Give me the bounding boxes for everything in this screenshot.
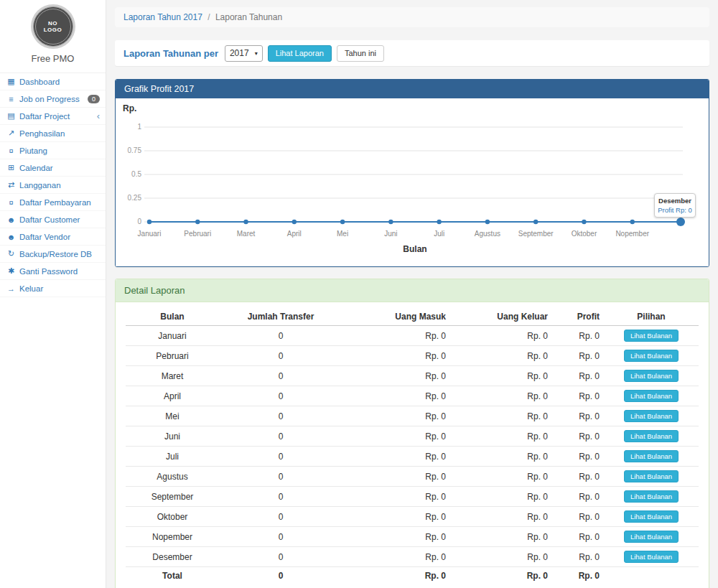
chart-point[interactable] <box>292 220 297 224</box>
sidebar-item-daftar-customer[interactable]: ☻Daftar Customer <box>0 211 106 228</box>
action-cell: Lihat Bulanan <box>604 366 699 386</box>
chart-point[interactable] <box>485 220 490 224</box>
action-cell: Lihat Bulanan <box>604 386 699 406</box>
sidebar-item-job-on-progress[interactable]: ≡Job on Progress0 <box>0 90 106 108</box>
lihat-bulanan-button[interactable]: Lihat Bulanan <box>624 390 679 402</box>
sidebar-item-backup-restore-db[interactable]: ↻Backup/Restore DB <box>0 246 106 263</box>
table-cell: 0 <box>219 426 342 447</box>
lihat-bulanan-button[interactable]: Lihat Bulanan <box>624 510 679 523</box>
table-cell: September <box>126 487 219 507</box>
profit-chart: 00.250.50.751Rp.JanuariPebruariMaretApri… <box>116 98 709 266</box>
x-tick-label: Oktober <box>572 230 597 238</box>
chart-point[interactable] <box>582 220 586 224</box>
column-header: Profit <box>552 308 604 326</box>
table-cell: Nopember <box>126 527 219 547</box>
vendors-icon: ☻ <box>6 233 17 241</box>
table-cell: 0 <box>219 487 342 507</box>
table-cell: Rp. 0 <box>342 346 450 366</box>
logo-text-line2: LOGO <box>44 27 62 33</box>
logo-text-line1: NO <box>48 20 57 27</box>
chart-point[interactable] <box>195 220 200 224</box>
filter-panel: Laporan Tahunan per 2017 ▾ Lihat Laporan… <box>115 40 709 66</box>
chart-point[interactable] <box>533 220 538 224</box>
sidebar-item-label: Dashboard <box>19 78 60 86</box>
sidebar-item-ganti-password[interactable]: ✱Ganti Password <box>0 263 106 280</box>
table-row: Desember0Rp. 0Rp. 0Rp. 0Lihat Bulanan <box>126 547 699 567</box>
lihat-bulanan-button[interactable]: Lihat Bulanan <box>624 490 679 503</box>
sign-out-icon: → <box>6 284 17 293</box>
lihat-laporan-button[interactable]: Lihat Laporan <box>268 45 332 62</box>
chart-point[interactable] <box>630 220 635 224</box>
table-cell: Rp. 0 <box>552 346 604 366</box>
table-cell: Rp. 0 <box>342 547 450 567</box>
column-header: Pilihan <box>604 308 699 326</box>
lihat-bulanan-button[interactable]: Lihat Bulanan <box>624 410 679 422</box>
chart-point[interactable] <box>243 220 248 224</box>
brand-name: Free PMO <box>0 53 106 64</box>
lihat-bulanan-button[interactable]: Lihat Bulanan <box>624 430 679 442</box>
chart-point[interactable] <box>676 218 685 226</box>
lihat-bulanan-button[interactable]: Lihat Bulanan <box>624 551 679 563</box>
table-cell: Rp. 0 <box>450 547 552 567</box>
sidebar-item-penghasilan[interactable]: ↗Penghasilan <box>0 125 106 142</box>
lihat-bulanan-button[interactable]: Lihat Bulanan <box>624 330 679 342</box>
table-cell: Rp. 0 <box>450 426 552 447</box>
table-cell: Rp. 0 <box>342 487 450 507</box>
sidebar: NO LOGO Free PMO ▦Dashboard≡Job on Progr… <box>0 0 106 588</box>
lihat-bulanan-button[interactable]: Lihat Bulanan <box>624 470 679 482</box>
table-cell: Rp. 0 <box>342 507 450 527</box>
breadcrumb-separator: / <box>208 12 210 22</box>
refresh-icon: ↻ <box>6 249 17 258</box>
table-cell: 0 <box>219 447 342 467</box>
action-cell: Lihat Bulanan <box>604 406 699 426</box>
table-row: Agustus0Rp. 0Rp. 0Rp. 0Lihat Bulanan <box>126 467 699 487</box>
year-select-value: 2017 <box>230 48 249 58</box>
chart-point[interactable] <box>340 220 345 224</box>
chart-line-icon: ↗ <box>6 129 17 138</box>
table-row: Oktober0Rp. 0Rp. 0Rp. 0Lihat Bulanan <box>126 507 699 527</box>
x-tick-label: Nopember <box>615 230 649 238</box>
lihat-bulanan-button[interactable]: Lihat Bulanan <box>624 450 679 462</box>
action-cell: Lihat Bulanan <box>604 527 699 547</box>
column-header: Uang Masuk <box>342 308 450 326</box>
sidebar-item-dashboard[interactable]: ▦Dashboard <box>0 73 106 90</box>
action-cell: Lihat Bulanan <box>604 547 699 567</box>
breadcrumb-current: Laporan Tahunan <box>215 12 282 22</box>
x-tick-label: Juni <box>384 230 397 238</box>
table-row: Januari0Rp. 0Rp. 0Rp. 0Lihat Bulanan <box>126 326 699 346</box>
sidebar-item-calendar[interactable]: ⊞Calendar <box>0 159 106 177</box>
profit-chart-svg: 00.250.50.751Rp.JanuariPebruariMaretApri… <box>116 98 709 265</box>
table-cell: Rp. 0 <box>552 326 604 346</box>
sidebar-item-piutang[interactable]: ¤Piutang <box>0 142 106 159</box>
total-cell: 0 <box>219 567 342 585</box>
table-cell: April <box>126 386 219 406</box>
chart-point[interactable] <box>437 220 441 224</box>
x-tick-label: Juli <box>434 230 444 238</box>
lihat-bulanan-button[interactable]: Lihat Bulanan <box>624 350 679 362</box>
tahun-ini-button[interactable]: Tahun ini <box>337 45 384 62</box>
sidebar-item-daftar-pembayaran[interactable]: ¤Daftar Pembayaran <box>0 194 106 211</box>
lihat-bulanan-button[interactable]: Lihat Bulanan <box>624 531 679 543</box>
x-axis-label: Bulan <box>403 244 426 254</box>
chart-point[interactable] <box>388 220 393 224</box>
detail-panel-title: Detail Laporan <box>116 279 709 302</box>
year-select[interactable]: 2017 ▾ <box>225 45 263 62</box>
chart-point[interactable] <box>147 220 151 224</box>
table-cell: Rp. 0 <box>552 507 604 527</box>
sidebar-item-langganan[interactable]: ⇄Langganan <box>0 177 106 194</box>
table-row: Mei0Rp. 0Rp. 0Rp. 0Lihat Bulanan <box>126 406 699 426</box>
breadcrumb-link[interactable]: Laporan Tahun 2017 <box>123 12 202 22</box>
table-cell: Rp. 0 <box>450 487 552 507</box>
sidebar-item-keluar[interactable]: →Keluar <box>0 280 106 297</box>
sidebar-item-label: Calendar <box>19 164 53 172</box>
total-cell: Rp. 0 <box>342 567 450 585</box>
y-tick-label: 0.75 <box>128 146 142 154</box>
table-cell: Juli <box>126 447 219 467</box>
sidebar-item-daftar-project[interactable]: ▤Daftar Project‹ <box>0 108 106 125</box>
tooltip-title: Desember <box>657 197 693 205</box>
sidebar-item-daftar-vendor[interactable]: ☻Daftar Vendor <box>0 228 106 246</box>
lihat-bulanan-button[interactable]: Lihat Bulanan <box>624 370 679 382</box>
sidebar-item-label: Daftar Project <box>19 112 70 121</box>
table-cell: Rp. 0 <box>450 326 552 346</box>
dashboard-icon: ▦ <box>6 77 17 86</box>
